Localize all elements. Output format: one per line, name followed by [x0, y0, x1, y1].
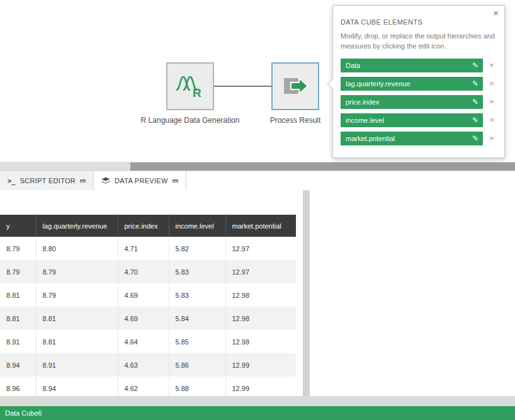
- edit-pencil-icon[interactable]: ✎: [472, 116, 478, 125]
- data-preview-table: y lag.quarterly.revenue price.index inco…: [0, 215, 296, 400]
- cube-element-row: market.potential ✎ ×: [341, 132, 497, 145]
- table-cell: 12.98: [225, 283, 296, 307]
- cube-element-row: lag.quarterly.revenue ✎ ×: [341, 77, 497, 91]
- table-row: 8.79 8.79 4.70 5.83 12.97: [0, 260, 296, 283]
- r-distribution-icon: R: [176, 73, 205, 99]
- table-cell: 8.81: [36, 330, 118, 353]
- table-cell: 5.83: [169, 260, 225, 283]
- data-cube-elements-popup: × DATA CUBE ELEMENTS Modify, drop, or re…: [332, 5, 505, 158]
- table-cell: 4.69: [118, 307, 169, 330]
- table-cell: 8.81: [36, 307, 118, 330]
- cube-element-label: market.potential: [346, 135, 472, 142]
- table-cell: 4.69: [118, 283, 169, 307]
- cube-element-row: Data ✎ ×: [341, 59, 497, 72]
- node-label: Process Result: [254, 116, 336, 125]
- table-cell: 8.79: [0, 237, 36, 260]
- close-icon[interactable]: ×: [493, 8, 499, 18]
- table-cell: 12.98: [225, 307, 296, 330]
- svg-text:R: R: [193, 86, 201, 99]
- vertical-scrollbar[interactable]: [303, 190, 310, 396]
- popup-title: DATA CUBE ELEMENTS: [341, 18, 497, 26]
- node-r-language-data-generation[interactable]: R: [166, 62, 214, 110]
- edit-pencil-icon[interactable]: ✎: [472, 61, 478, 70]
- remove-icon[interactable]: ×: [487, 79, 497, 88]
- table-cell: 5.84: [169, 307, 225, 330]
- edit-pencil-icon[interactable]: ✎: [472, 79, 478, 88]
- table-cell: 8.79: [36, 283, 118, 307]
- tab-label: SCRIPT EDITOR: [20, 177, 76, 184]
- edit-pencil-icon[interactable]: ✎: [472, 134, 478, 143]
- cube-element-row: price.index ✎ ×: [341, 95, 497, 109]
- table-cell: 5.85: [169, 330, 225, 353]
- remove-icon[interactable]: ×: [487, 115, 497, 125]
- table-cell: 8.91: [0, 330, 36, 353]
- table-cell: 8.79: [36, 260, 118, 283]
- table-cell: 5.82: [169, 237, 225, 260]
- column-header: income.level: [169, 215, 225, 237]
- table-cell: 5.83: [169, 283, 225, 307]
- horizontal-scrollbar-thumb[interactable]: [130, 162, 515, 171]
- table-cell: 8.81: [0, 307, 36, 330]
- column-header: market.potential: [225, 215, 296, 237]
- tab-data-preview[interactable]: DATA PREVIEW: [94, 171, 186, 190]
- column-header: y: [0, 215, 36, 237]
- node-label: R Language Data Generation: [118, 116, 263, 125]
- table-cell: 8.94: [0, 353, 36, 377]
- table-cell: 4.63: [118, 353, 169, 377]
- cube-element-row: income.level ✎ ×: [341, 113, 497, 127]
- table-cell: 8.91: [36, 353, 118, 377]
- remove-icon[interactable]: ×: [487, 97, 497, 106]
- horizontal-scrollbar[interactable]: [0, 162, 515, 171]
- edit-pencil-icon[interactable]: ✎: [472, 98, 478, 106]
- table-cell: 4.64: [118, 330, 169, 353]
- remove-icon[interactable]: ×: [487, 133, 497, 143]
- remove-icon[interactable]: ×: [487, 60, 497, 70]
- table-cell: 5.86: [169, 353, 225, 377]
- cube-element-income-level[interactable]: income.level ✎: [341, 113, 483, 127]
- layers-icon: [101, 177, 110, 185]
- node-connector-line: [213, 86, 273, 87]
- node-process-result[interactable]: [271, 62, 319, 110]
- cube-element-market-potential[interactable]: market.potential ✎: [341, 132, 483, 145]
- cube-element-label: price.index: [346, 98, 472, 106]
- table-cell: 12.99: [225, 353, 296, 377]
- table-row: 8.94 8.91 4.63 5.86 12.99: [0, 353, 296, 377]
- cube-element-label: income.level: [346, 116, 472, 124]
- table-row: 8.81 8.81 4.69 5.84 12.98: [0, 307, 296, 330]
- cube-element-label: lag.quarterly.revenue: [346, 80, 472, 88]
- process-result-arrow-icon: [281, 73, 310, 99]
- app-window: R R Language Data Generation Process Res…: [0, 0, 515, 420]
- popup-description: Modify, drop, or replace the output hier…: [341, 31, 497, 52]
- table-cell: 4.71: [118, 237, 169, 260]
- popout-window-icon[interactable]: [173, 179, 178, 183]
- cube-element-label: Data: [346, 62, 472, 69]
- table-header-row: y lag.quarterly.revenue price.index inco…: [0, 215, 296, 237]
- cube-element-data[interactable]: Data ✎: [341, 59, 483, 72]
- table-row: 8.81 8.79 4.69 5.83 12.98: [0, 283, 296, 307]
- table-row: 8.79 8.80 4.71 5.82 12.97: [0, 237, 296, 260]
- tab-label: DATA PREVIEW: [115, 177, 167, 184]
- popout-window-icon[interactable]: [80, 179, 86, 183]
- table-cell: 8.80: [36, 237, 118, 260]
- table-cell: 12.98: [225, 330, 296, 353]
- cube-element-price-index[interactable]: price.index ✎: [341, 95, 483, 109]
- table-cell: 12.97: [225, 237, 296, 260]
- table-cell: 12.97: [225, 260, 296, 283]
- table-row: 8.91 8.81 4.64 5.85 12.98: [0, 330, 296, 353]
- cube-element-lag-quarterly-revenue[interactable]: lag.quarterly.revenue ✎: [341, 77, 483, 91]
- terminal-icon: >_: [8, 178, 16, 184]
- tab-bar: >_ SCRIPT EDITOR DATA PREVIEW: [0, 171, 515, 190]
- bottom-panel-strip: [0, 396, 515, 406]
- column-header: price.index: [118, 215, 169, 237]
- table-cell: 8.81: [0, 283, 36, 307]
- status-label: Data Cube6: [5, 409, 42, 417]
- column-header: lag.quarterly.revenue: [36, 215, 118, 237]
- table-cell: 8.79: [0, 260, 36, 283]
- tab-script-editor[interactable]: >_ SCRIPT EDITOR: [0, 171, 94, 190]
- status-bar: Data Cube6: [0, 406, 515, 420]
- table-cell: 4.70: [118, 260, 169, 283]
